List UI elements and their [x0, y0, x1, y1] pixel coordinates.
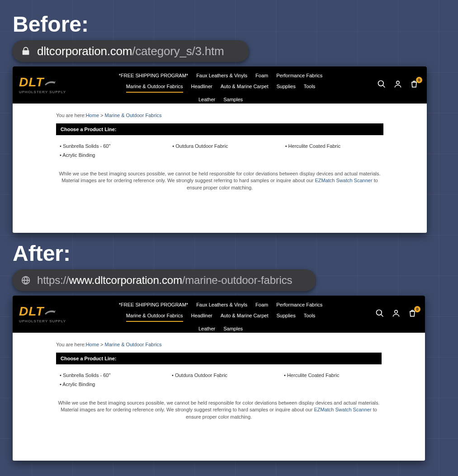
product-grid: Sunbrella Solids - 60"Acrylic Binding Ou…: [56, 364, 382, 389]
site-header: DLT UPHOLSTERY SUPPLY *FREE SHIPPING PRO…: [13, 66, 427, 104]
ezmatch-link[interactable]: EZMatch Swatch Scanner: [315, 178, 372, 183]
url-path: /marine-outdoor-fabrics: [182, 274, 293, 286]
ezmatch-link[interactable]: EZMatch Swatch Scanner: [314, 407, 371, 412]
cart-icon[interactable]: 0: [410, 80, 419, 90]
logo-subtitle: UPHOLSTERY SUPPLY: [19, 90, 66, 94]
svg-point-6: [395, 310, 398, 313]
after-heading: After:: [0, 233, 458, 269]
url-path: /category_s/3.htm: [132, 44, 224, 58]
product-col-3: Herculite Coated Fabric: [285, 141, 380, 160]
breadcrumb: You are here:Home > Marine & Outdoor Fab…: [56, 342, 382, 347]
nav-link[interactable]: Headliner: [191, 82, 212, 93]
nav-link[interactable]: Samples: [223, 95, 243, 104]
logo-subtitle: UPHOLSTERY SUPPLY: [19, 319, 66, 323]
breadcrumb-current[interactable]: Marine & Outdoor Fabrics: [105, 342, 162, 347]
disclaimer-text: While we use the best imaging sources po…: [56, 389, 382, 420]
site-logo[interactable]: DLT UPHOLSTERY SUPPLY: [19, 76, 66, 94]
nav-row-1: *FREE SHIPPING PROGRAM*Faux Leathers & V…: [103, 70, 338, 81]
nav-link[interactable]: Headliner: [191, 311, 212, 322]
logo-text: DLT: [19, 76, 44, 89]
logo-swoosh-icon: [45, 76, 56, 89]
nav-link[interactable]: Marine & Outdoor Fabrics: [126, 311, 183, 322]
svg-line-5: [381, 315, 383, 317]
nav-link[interactable]: Performance Fabrics: [276, 71, 322, 80]
nav-link[interactable]: Marine & Outdoor Fabrics: [126, 82, 183, 93]
logo-text: DLT: [19, 305, 44, 318]
svg-point-2: [397, 81, 400, 84]
nav-link[interactable]: Tools: [304, 311, 316, 322]
product-link[interactable]: Acrylic Binding: [60, 380, 154, 389]
address-bar-before: dltcorporation.com/category_s/3.htm: [13, 40, 249, 62]
site-screenshot-after: DLT UPHOLSTERY SUPPLY *FREE SHIPPING PRO…: [13, 296, 425, 461]
nav-row-2: Marine & Outdoor FabricsHeadlinerAuto & …: [103, 81, 338, 94]
product-col-3: Herculite Coated Fabric: [284, 371, 378, 389]
url-host: www.dltcorporation.com: [69, 274, 182, 286]
lock-icon: [21, 46, 31, 56]
nav-link[interactable]: Faux Leathers & Vinyls: [196, 301, 247, 309]
header-icons: 0: [377, 80, 419, 90]
product-grid: Sunbrella Solids - 60"Acrylic Binding Ou…: [56, 135, 383, 160]
product-link[interactable]: Herculite Coated Fabric: [284, 371, 378, 380]
nav-link[interactable]: Samples: [223, 325, 243, 333]
nav-link[interactable]: Supplies: [276, 311, 295, 322]
header-icons: 0: [375, 309, 417, 320]
disclaimer-text: While we use the best imaging sources po…: [56, 160, 383, 191]
nav-link[interactable]: Leather: [198, 325, 215, 333]
product-link[interactable]: Sunbrella Solids - 60": [60, 371, 154, 380]
choose-product-line-header: Choose a Product Line:: [56, 123, 383, 135]
nav-row-2: Marine & Outdoor FabricsHeadlinerAuto & …: [103, 310, 338, 323]
product-link[interactable]: Herculite Coated Fabric: [285, 141, 380, 151]
breadcrumb-home-link[interactable]: Home: [86, 342, 99, 347]
before-heading: Before:: [0, 0, 458, 40]
nav-row-1: *FREE SHIPPING PROGRAM*Faux Leathers & V…: [103, 299, 338, 310]
search-icon[interactable]: [375, 309, 384, 320]
choose-product-line-header: Choose a Product Line:: [56, 353, 382, 364]
nav-link[interactable]: Supplies: [276, 82, 295, 93]
nav-link[interactable]: Foam: [255, 71, 268, 80]
url-proto: https://: [37, 274, 69, 286]
product-link[interactable]: Sunbrella Solids - 60": [60, 141, 154, 151]
cart-count-badge: 0: [414, 306, 420, 312]
nav-link[interactable]: Faux Leathers & Vinyls: [196, 71, 247, 80]
svg-point-0: [378, 81, 384, 86]
nav-row-3: LeatherSamples: [103, 323, 338, 334]
logo-swoosh-icon: [45, 305, 56, 318]
product-link[interactable]: Acrylic Binding: [60, 151, 154, 160]
nav-link[interactable]: Tools: [304, 82, 316, 93]
nav-row-3: LeatherSamples: [103, 94, 338, 105]
product-col-1: Sunbrella Solids - 60"Acrylic Binding: [60, 141, 154, 160]
site-body: You are here:Home > Marine & Outdoor Fab…: [13, 104, 427, 198]
nav-menu: *FREE SHIPPING PROGRAM*Faux Leathers & V…: [103, 70, 338, 105]
breadcrumb-current[interactable]: Marine & Outdoor Fabrics: [105, 113, 162, 118]
user-icon[interactable]: [392, 309, 401, 320]
nav-link[interactable]: Auto & Marine Carpet: [221, 82, 269, 93]
site-logo[interactable]: DLT UPHOLSTERY SUPPLY: [19, 305, 66, 323]
product-link[interactable]: Outdura Outdoor Fabric: [172, 371, 266, 380]
site-screenshot-before: DLT UPHOLSTERY SUPPLY *FREE SHIPPING PRO…: [13, 66, 427, 233]
cart-icon[interactable]: 0: [408, 309, 417, 320]
svg-line-1: [383, 85, 385, 88]
product-col-1: Sunbrella Solids - 60"Acrylic Binding: [60, 371, 154, 389]
breadcrumb-sep: >: [99, 342, 105, 347]
product-col-2: Outdura Outdoor Fabric: [172, 141, 267, 160]
nav-link[interactable]: *FREE SHIPPING PROGRAM*: [119, 71, 188, 80]
globe-icon: [21, 275, 31, 285]
site-header: DLT UPHOLSTERY SUPPLY *FREE SHIPPING PRO…: [13, 296, 425, 333]
user-icon[interactable]: [393, 80, 402, 90]
svg-point-4: [377, 310, 382, 316]
url-text-after: https://www.dltcorporation.com/marine-ou…: [37, 274, 292, 287]
nav-link[interactable]: *FREE SHIPPING PROGRAM*: [119, 301, 188, 309]
breadcrumb-prefix: You are here:: [56, 342, 86, 347]
breadcrumb-home-link[interactable]: Home: [86, 113, 99, 118]
nav-link[interactable]: Foam: [255, 301, 268, 309]
cart-count-badge: 0: [416, 77, 422, 83]
search-icon[interactable]: [377, 80, 386, 90]
nav-link[interactable]: Auto & Marine Carpet: [221, 311, 269, 322]
address-bar-after: https://www.dltcorporation.com/marine-ou…: [13, 269, 316, 291]
breadcrumb-sep: >: [99, 113, 105, 118]
url-text-before: dltcorporation.com/category_s/3.htm: [37, 44, 224, 58]
nav-link[interactable]: Performance Fabrics: [276, 301, 322, 309]
product-link[interactable]: Outdura Outdoor Fabric: [172, 141, 267, 151]
breadcrumb-prefix: You are here:: [56, 113, 86, 118]
nav-link[interactable]: Leather: [198, 95, 215, 104]
